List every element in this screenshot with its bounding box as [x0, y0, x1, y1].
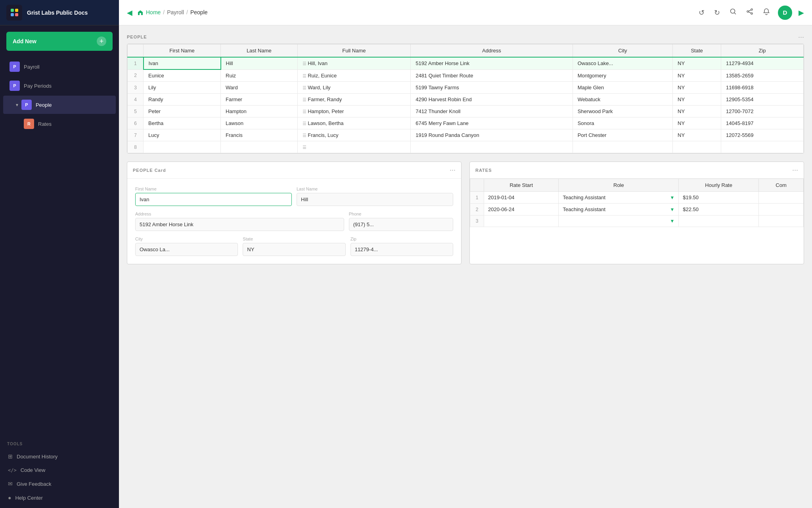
give-feedback-item[interactable]: ✉ Give Feedback — [3, 477, 116, 491]
row-state-6[interactable]: NY — [673, 117, 721, 129]
people-card-menu-button[interactable]: ··· — [450, 166, 456, 174]
row-last-4[interactable]: Farmer — [221, 94, 298, 106]
row-first-5[interactable]: Peter — [144, 106, 221, 117]
row-zip-8[interactable] — [721, 141, 804, 153]
row-full-4[interactable]: ☰ Farmer, Randy — [297, 94, 411, 106]
rates-row-start-2[interactable]: 2020-06-24 — [484, 204, 559, 216]
row-address-5[interactable]: 7412 Thunder Knoll — [411, 106, 573, 117]
row-city-2[interactable]: Montgomery — [573, 69, 672, 82]
search-button[interactable] — [728, 6, 738, 19]
rates-row-start-1[interactable]: 2019-01-04 — [484, 192, 559, 204]
rates-row-role-1[interactable]: Teaching Assistant ▼ — [559, 192, 679, 204]
row-state-7[interactable]: NY — [673, 129, 721, 141]
rates-row-com-3[interactable] — [758, 216, 803, 227]
rates-row-com-1[interactable] — [758, 192, 803, 204]
address-input[interactable] — [135, 218, 344, 231]
role-dropdown-icon[interactable]: ▼ — [670, 195, 674, 200]
first-name-input[interactable] — [135, 193, 292, 206]
people-table-menu-button[interactable]: ··· — [798, 33, 804, 40]
city-input[interactable] — [135, 243, 238, 256]
add-new-button[interactable]: Add New + — [6, 32, 113, 51]
breadcrumb-home[interactable]: Home — [146, 9, 161, 15]
row-city-7[interactable]: Port Chester — [573, 129, 672, 141]
row-full-7[interactable]: ☰ Francis, Lucy — [297, 129, 411, 141]
user-avatar[interactable]: D — [778, 6, 792, 20]
rates-panel-menu-button[interactable]: ··· — [792, 166, 798, 174]
help-center-item[interactable]: ● Help Center — [3, 491, 116, 504]
rates-row-hourly-3[interactable] — [679, 216, 759, 227]
row-state-1[interactable]: NY — [673, 57, 721, 69]
row-first-3[interactable]: Lily — [144, 82, 221, 94]
undo-button[interactable]: ↺ — [697, 7, 706, 19]
rates-row-start-3[interactable] — [484, 216, 559, 227]
row-address-2[interactable]: 2481 Quiet Timber Route — [411, 69, 573, 82]
rates-row-hourly-2[interactable]: $22.50 — [679, 204, 759, 216]
state-input[interactable] — [243, 243, 345, 256]
row-first-7[interactable]: Lucy — [144, 129, 221, 141]
row-zip-2[interactable]: 13585-2659 — [721, 69, 804, 82]
row-address-6[interactable]: 6745 Merry Fawn Lane — [411, 117, 573, 129]
row-city-5[interactable]: Sherwood Park — [573, 106, 672, 117]
toggle-sidebar-button[interactable]: ◀ — [127, 8, 132, 17]
rates-table-row[interactable]: 2 2020-06-24 Teaching Assistant ▼ $22.50 — [470, 204, 804, 216]
row-address-1[interactable]: 5192 Amber Horse Link — [411, 57, 573, 69]
row-zip-7[interactable]: 12072-5569 — [721, 129, 804, 141]
rates-row-com-2[interactable] — [758, 204, 803, 216]
role-dropdown-icon[interactable]: ▼ — [670, 218, 674, 224]
row-last-7[interactable]: Francis — [221, 129, 298, 141]
row-state-5[interactable]: NY — [673, 106, 721, 117]
table-row[interactable]: 1 Ivan Hill ☰ Hill, Ivan 5192 Amber Hors… — [128, 57, 804, 69]
row-full-1[interactable]: ☰ Hill, Ivan — [297, 57, 411, 69]
rates-row-role-3[interactable]: ▼ — [559, 216, 679, 227]
breadcrumb-payroll[interactable]: Payroll — [167, 9, 184, 15]
rates-row-hourly-1[interactable]: $19.50 — [679, 192, 759, 204]
row-last-5[interactable]: Hampton — [221, 106, 298, 117]
row-city-8[interactable] — [573, 141, 672, 153]
sidebar-item-pay-periods[interactable]: P Pay Periods — [3, 77, 116, 95]
row-city-3[interactable]: Maple Glen — [573, 82, 672, 94]
row-last-3[interactable]: Ward — [221, 82, 298, 94]
row-address-7[interactable]: 1919 Round Panda Canyon — [411, 129, 573, 141]
rates-row-role-2[interactable]: Teaching Assistant ▼ — [559, 204, 679, 216]
sidebar-item-people[interactable]: ▼ P People — [3, 96, 116, 114]
row-first-6[interactable]: Bertha — [144, 117, 221, 129]
row-zip-1[interactable]: 11279-4934 — [721, 57, 804, 69]
row-last-1[interactable]: Hill — [221, 57, 298, 69]
row-first-8[interactable] — [144, 141, 221, 153]
row-first-2[interactable]: Eunice — [144, 69, 221, 82]
table-row[interactable]: 2 Eunice Ruiz ☰ Ruiz, Eunice 2481 Quiet … — [128, 69, 804, 82]
sidebar-item-payroll[interactable]: P Payroll — [3, 58, 116, 76]
row-first-4[interactable]: Randy — [144, 94, 221, 106]
code-view-item[interactable]: </> Code View — [3, 464, 116, 477]
last-name-input[interactable] — [297, 193, 453, 206]
row-address-3[interactable]: 5199 Tawny Farms — [411, 82, 573, 94]
table-row[interactable]: 4 Randy Farmer ☰ Farmer, Randy 4290 Harv… — [128, 94, 804, 106]
document-history-item[interactable]: ⊞ Document History — [3, 450, 116, 463]
row-city-4[interactable]: Webatuck — [573, 94, 672, 106]
row-full-5[interactable]: ☰ Hampton, Peter — [297, 106, 411, 117]
row-state-2[interactable]: NY — [673, 69, 721, 82]
notification-button[interactable] — [761, 6, 772, 19]
row-full-8[interactable]: ☰ — [297, 141, 411, 153]
share-button[interactable] — [745, 6, 755, 19]
row-zip-5[interactable]: 12700-7072 — [721, 106, 804, 117]
zip-input[interactable] — [350, 243, 453, 256]
table-row[interactable]: 5 Peter Hampton ☰ Hampton, Peter 7412 Th… — [128, 106, 804, 117]
row-state-3[interactable]: NY — [673, 82, 721, 94]
row-last-2[interactable]: Ruiz — [221, 69, 298, 82]
table-row[interactable]: 8 ☰ — [128, 141, 804, 153]
phone-input[interactable] — [349, 218, 453, 231]
row-zip-3[interactable]: 11698-6918 — [721, 82, 804, 94]
collapse-right-button[interactable]: ▶ — [799, 8, 804, 17]
row-first-1[interactable]: Ivan — [144, 57, 221, 69]
rates-table-row[interactable]: 3 ▼ — [470, 216, 804, 227]
role-dropdown-icon[interactable]: ▼ — [670, 207, 674, 212]
table-row[interactable]: 6 Bertha Lawson ☰ Lawson, Bertha 6745 Me… — [128, 117, 804, 129]
redo-button[interactable]: ↻ — [712, 7, 722, 19]
table-row[interactable]: 3 Lily Ward ☰ Ward, Lily 5199 Tawny Farm… — [128, 82, 804, 94]
row-full-2[interactable]: ☰ Ruiz, Eunice — [297, 69, 411, 82]
row-state-8[interactable] — [673, 141, 721, 153]
row-last-6[interactable]: Lawson — [221, 117, 298, 129]
rates-table-row[interactable]: 1 2019-01-04 Teaching Assistant ▼ $19.50 — [470, 192, 804, 204]
row-city-6[interactable]: Sonora — [573, 117, 672, 129]
